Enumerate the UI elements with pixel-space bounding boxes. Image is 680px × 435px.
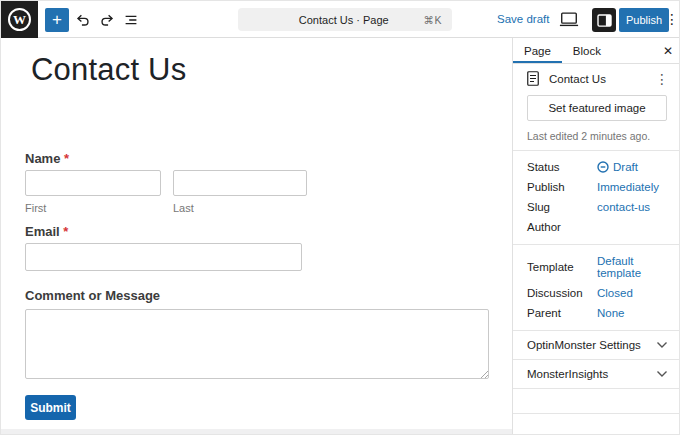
attributes-section: Template Default template Discussion Clo… xyxy=(513,245,680,330)
slug-row: Slug contact-us xyxy=(513,197,680,217)
publish-label: Publish xyxy=(527,181,597,193)
status-row: Status Draft xyxy=(513,157,680,177)
textarea-resize-handle[interactable] xyxy=(479,369,488,378)
redo-icon[interactable] xyxy=(97,10,117,30)
set-featured-image-button[interactable]: Set featured image xyxy=(527,95,667,121)
draft-status-icon xyxy=(597,161,609,173)
tab-block[interactable]: Block xyxy=(562,38,612,63)
message-field-label: Comment or Message xyxy=(25,288,160,303)
publish-value[interactable]: Immediately xyxy=(597,181,659,193)
monsterinsights-panel[interactable]: MonsterInsights xyxy=(513,360,680,388)
parent-row: Parent None xyxy=(513,303,680,323)
page-document-icon xyxy=(527,71,539,86)
canvas-bottom-margin xyxy=(1,429,512,435)
email-label-text: Email xyxy=(25,224,60,239)
settings-sidebar: Page Block ✕ Contact Us ⋮ Set featured i… xyxy=(512,38,680,435)
divider xyxy=(513,413,680,414)
last-sublabel: Last xyxy=(173,202,194,214)
publish-button[interactable]: Publish xyxy=(619,8,669,32)
required-asterisk: * xyxy=(64,151,69,166)
chevron-down-icon xyxy=(656,341,668,349)
author-label: Author xyxy=(527,221,597,233)
wordpress-logo[interactable]: W xyxy=(1,1,38,38)
parent-value[interactable]: None xyxy=(597,307,625,319)
email-field-label: Email * xyxy=(25,224,68,239)
first-name-input[interactable] xyxy=(25,170,161,196)
sidebar-icon xyxy=(597,14,612,27)
discussion-row: Discussion Closed xyxy=(513,283,680,303)
status-value[interactable]: Draft xyxy=(597,161,638,173)
slug-value[interactable]: contact-us xyxy=(597,201,650,213)
slug-label: Slug xyxy=(527,201,597,213)
sidebar-tabs: Page Block ✕ xyxy=(513,38,680,64)
optinmonster-settings-panel[interactable]: OptinMonster Settings xyxy=(513,331,680,359)
template-row: Template Default template xyxy=(513,251,680,283)
block-editor-window: W + Contact Us · Page ⌘K Save draft Publ… xyxy=(0,0,680,435)
template-label: Template xyxy=(527,261,597,273)
discussion-value[interactable]: Closed xyxy=(597,287,633,299)
name-label-text: Name xyxy=(25,151,60,166)
document-summary-row: Contact Us ⋮ xyxy=(513,64,680,92)
submit-button[interactable]: Submit xyxy=(25,395,76,420)
wordpress-w-icon: W xyxy=(8,8,31,31)
last-edited-text: Last edited 2 minutes ago. xyxy=(527,130,667,142)
template-value[interactable]: Default template xyxy=(597,255,667,279)
status-value-text: Draft xyxy=(613,161,638,173)
document-actions-kebab[interactable]: ⋮ xyxy=(655,72,669,86)
email-input[interactable] xyxy=(25,243,302,271)
preview-icon[interactable] xyxy=(559,10,581,29)
last-name-input[interactable] xyxy=(173,170,307,196)
monsterinsights-panel-label: MonsterInsights xyxy=(527,368,608,380)
page-title-block[interactable]: Contact Us xyxy=(31,52,186,88)
message-textarea[interactable] xyxy=(25,309,489,379)
editor-toolbar: W + Contact Us · Page ⌘K Save draft Publ… xyxy=(1,1,680,38)
close-sidebar-icon[interactable]: ✕ xyxy=(663,38,673,63)
summary-section: Status Draft Publish Immediately Slug co… xyxy=(513,151,680,244)
settings-sidebar-toggle[interactable] xyxy=(592,8,616,32)
command-shortcut: ⌘K xyxy=(423,14,452,26)
list-view-icon[interactable] xyxy=(121,10,141,30)
document-title-label: Contact Us xyxy=(549,73,606,85)
required-asterisk: * xyxy=(63,224,68,239)
editor-canvas: Contact Us Name * First Last Email * Com… xyxy=(1,38,512,435)
options-kebab-menu[interactable]: ⋮ xyxy=(665,12,679,26)
chevron-down-icon xyxy=(656,370,668,378)
divider xyxy=(513,388,680,389)
block-inserter-button[interactable]: + xyxy=(45,8,69,32)
optinmonster-panel-label: OptinMonster Settings xyxy=(527,339,641,351)
tab-page[interactable]: Page xyxy=(513,38,562,63)
name-field-label: Name * xyxy=(25,151,69,166)
discussion-label: Discussion xyxy=(527,287,597,299)
publish-row: Publish Immediately xyxy=(513,177,680,197)
first-sublabel: First xyxy=(25,202,46,214)
author-row: Author xyxy=(513,217,680,237)
command-center-bar[interactable]: Contact Us · Page ⌘K xyxy=(238,8,452,31)
document-title: Contact Us · Page xyxy=(238,14,423,26)
status-label: Status xyxy=(527,161,597,173)
save-draft-button[interactable]: Save draft xyxy=(497,13,549,25)
undo-icon[interactable] xyxy=(73,10,93,30)
parent-label: Parent xyxy=(527,307,597,319)
